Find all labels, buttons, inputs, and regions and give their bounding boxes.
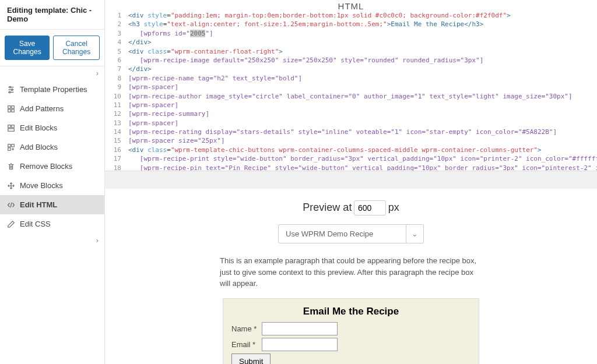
svg-rect-13 — [8, 144, 10, 146]
email-label: Email * — [231, 340, 259, 349]
line-num: 12 — [105, 109, 126, 118]
pencil-icon — [7, 220, 15, 228]
code-line[interactable]: <h3 style="text-align:center; font-size:… — [126, 20, 483, 29]
code-line[interactable]: [wprm-recipe-pin text="Pin Recipe" style… — [126, 164, 597, 171]
line-num: 16 — [105, 146, 126, 154]
recipe-select-value[interactable]: Use WPRM Demo Recipe — [278, 224, 406, 243]
email-form-title: Email Me the Recipe — [231, 306, 470, 317]
svg-point-1 — [9, 86, 11, 88]
preview-unit: px — [388, 202, 399, 213]
svg-rect-14 — [12, 144, 14, 146]
collapse-toggle-bottom[interactable]: › — [0, 234, 104, 247]
svg-rect-12 — [8, 128, 15, 130]
code-line[interactable]: [wprm-spacer] — [126, 119, 178, 128]
preview-label: Preview at — [303, 202, 352, 213]
line-num: 4 — [105, 38, 126, 47]
code-line[interactable]: </div> — [126, 38, 152, 47]
line-num: 9 — [105, 83, 126, 91]
code-line[interactable]: [wprm-spacer] — [126, 83, 178, 91]
nav-label: Template Properties — [20, 85, 87, 94]
line-num: 13 — [105, 119, 126, 128]
preview-width-input[interactable] — [354, 200, 386, 215]
code-line[interactable]: [wprm-recipe-rating display="stars-detai… — [126, 128, 557, 136]
trash-icon — [7, 162, 15, 171]
nav-add-patterns[interactable]: Add Patterns — [0, 99, 104, 118]
nav-label: Add Blocks — [20, 143, 58, 151]
code-editor[interactable]: 1<div style="padding:1em; margin-top:0em… — [105, 11, 597, 171]
code-line[interactable]: [wprm-recipe-print style="wide-button" b… — [126, 154, 597, 163]
submit-button[interactable]: Submit — [231, 354, 271, 365]
grid-icon — [7, 105, 15, 113]
svg-rect-8 — [8, 109, 10, 111]
code-line[interactable]: [wprm-spacer size="25px"] — [126, 136, 225, 145]
preview-controls: Preview at px — [105, 200, 597, 215]
email-input[interactable] — [262, 338, 338, 351]
svg-rect-10 — [8, 125, 10, 127]
template-title: Editing template: Chic - Demo — [0, 0, 104, 30]
svg-rect-11 — [12, 125, 14, 127]
name-label: Name * — [231, 324, 259, 333]
recipe-box: Email Me the Recipe Name * Email * Submi… — [223, 298, 479, 365]
line-num: 5 — [105, 47, 126, 56]
move-icon — [7, 182, 15, 190]
email-form: Email Me the Recipe Name * Email * Submi… — [223, 299, 479, 365]
nav-edit-html[interactable]: Edit HTML — [0, 195, 104, 214]
collapse-toggle-top[interactable]: › — [0, 66, 104, 80]
nav-edit-css[interactable]: Edit CSS — [0, 214, 104, 234]
svg-rect-7 — [12, 105, 14, 108]
line-num: 1 — [105, 11, 126, 20]
nav-label: Edit HTML — [20, 200, 57, 209]
add-blocks-icon — [7, 143, 15, 151]
name-input[interactable] — [262, 322, 338, 335]
line-num: 8 — [105, 74, 126, 83]
svg-rect-6 — [8, 105, 10, 108]
code-line[interactable]: [wprm-recipe-author image_style="circle"… — [126, 92, 573, 101]
blocks-icon — [7, 124, 15, 132]
nav-label: Add Patterns — [20, 104, 64, 113]
line-num: 10 — [105, 92, 126, 101]
line-num: 7 — [105, 65, 126, 73]
code-line[interactable]: [wprm-recipe-summary] — [126, 109, 209, 118]
line-num: 17 — [105, 154, 126, 163]
nav-move-blocks[interactable]: Move Blocks — [0, 176, 104, 195]
line-num: 6 — [105, 56, 126, 65]
sidebar: Editing template: Chic - Demo Save Chang… — [0, 0, 105, 364]
nav-add-blocks[interactable]: Add Blocks — [0, 137, 104, 157]
nav-remove-blocks[interactable]: Remove Blocks — [0, 157, 104, 176]
code-line[interactable]: [wprm-spacer] — [126, 101, 178, 109]
preview-example-paragraph: This is an example paragraph that could … — [220, 255, 482, 289]
sidebar-nav: Template Properties Add Patterns Edit Bl… — [0, 80, 104, 234]
nav-label: Edit CSS — [20, 220, 51, 228]
nav-edit-blocks[interactable]: Edit Blocks — [0, 118, 104, 137]
code-line[interactable]: <div class="wprm-container-float-right"> — [126, 47, 283, 56]
nav-label: Move Blocks — [20, 181, 63, 190]
recipe-select[interactable]: Use WPRM Demo Recipe ⌄ — [105, 224, 597, 243]
code-line[interactable]: [wpforms id="2005"] — [126, 29, 213, 38]
main-panel: HTML 1<div style="padding:1em; margin-to… — [105, 0, 597, 364]
preview-panel: Preview at px Use WPRM Demo Recipe ⌄ Thi… — [105, 189, 597, 364]
nav-label: Remove Blocks — [20, 162, 72, 171]
code-line[interactable]: </div> — [126, 65, 152, 73]
sidebar-buttons: Save Changes Cancel Changes — [0, 30, 104, 66]
chevron-down-icon[interactable]: ⌄ — [406, 224, 424, 243]
line-num: 18 — [105, 164, 126, 171]
line-num: 14 — [105, 128, 126, 136]
sliders-icon — [7, 86, 15, 94]
nav-label: Edit Blocks — [20, 123, 57, 132]
line-num: 2 — [105, 20, 126, 29]
svg-point-3 — [11, 89, 13, 90]
code-line[interactable]: <div style="padding:1em; margin-top:0em;… — [126, 11, 511, 20]
editor-tab-label: HTML — [105, 0, 597, 11]
code-icon — [7, 201, 15, 209]
svg-rect-15 — [8, 147, 10, 150]
line-num: 11 — [105, 101, 126, 109]
nav-template-properties[interactable]: Template Properties — [0, 80, 104, 99]
svg-point-5 — [9, 91, 10, 93]
line-num: 3 — [105, 29, 126, 38]
svg-rect-9 — [12, 109, 14, 111]
code-line[interactable]: [wprm-recipe-name tag="h2" text_style="b… — [126, 74, 302, 83]
cancel-button[interactable]: Cancel Changes — [53, 36, 100, 60]
save-button[interactable]: Save Changes — [5, 36, 50, 60]
code-line[interactable]: [wprm-recipe-image default="250x250" siz… — [126, 56, 483, 65]
code-line[interactable]: <div class="wprm-template-chic-buttons w… — [126, 146, 542, 154]
